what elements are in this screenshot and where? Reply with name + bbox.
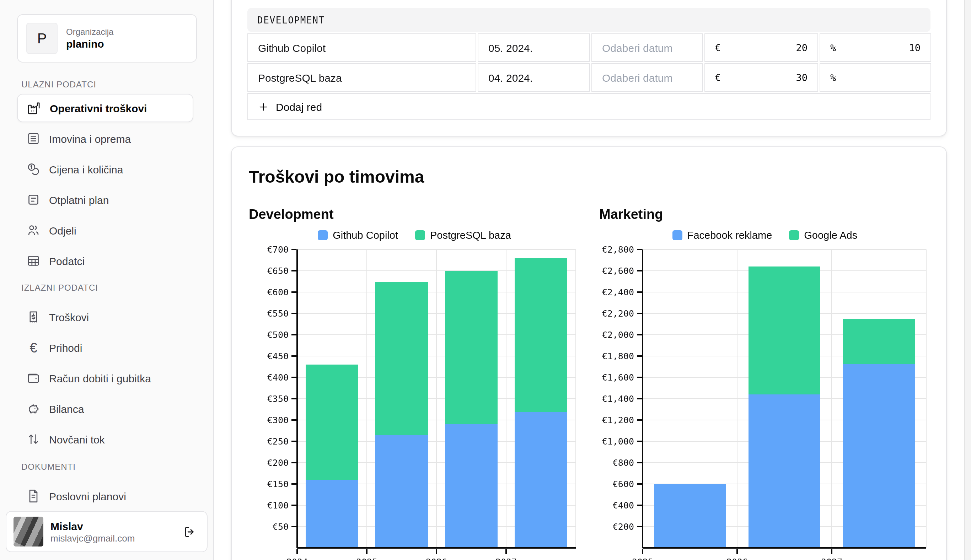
end-date-cell[interactable]: Odaberi datum — [591, 33, 703, 62]
costs-table: Github Copilot 05. 2024. Odaberi datum €… — [247, 33, 931, 92]
logout-button[interactable] — [181, 524, 197, 539]
start-date-cell[interactable]: 05. 2024. — [478, 33, 590, 62]
main-content: DEVELOPMENT Github Copilot 05. 2024. Oda… — [214, 0, 971, 560]
development-chart-title: Development — [249, 205, 581, 224]
svg-text:€250: €250 — [267, 436, 289, 447]
sidebar-item-label: Prihodi — [49, 342, 82, 353]
legend-label: Github Copilot — [333, 230, 398, 241]
sidebar-item-label: Troškovi — [49, 311, 89, 323]
growth-cell[interactable]: % 10 — [819, 33, 931, 62]
coins-icon — [26, 162, 40, 176]
start-date-cell[interactable]: 04. 2024. — [478, 63, 590, 92]
sidebar-item-novcani-tok[interactable]: Novčani tok — [17, 425, 194, 453]
sidebar-item-cijena-i-kolicina[interactable]: Cijena i količina — [17, 155, 194, 183]
legend-label: Facebook reklame — [687, 230, 772, 241]
user-card: Mislav mislavjc@gmail.com — [6, 511, 208, 552]
svg-text:€2,600: €2,600 — [602, 266, 634, 276]
sidebar-item-label: Podatci — [49, 255, 85, 267]
legend-label: Google Ads — [804, 230, 857, 241]
percent-symbol: % — [830, 72, 836, 83]
svg-text:2025: 2025 — [632, 557, 653, 560]
end-date-cell[interactable]: Odaberi datum — [591, 63, 703, 92]
svg-text:€1,800: €1,800 — [602, 351, 634, 362]
sidebar-item-prihodi[interactable]: € Prihodi — [17, 333, 194, 362]
legend-swatch — [672, 230, 682, 240]
building-icon — [26, 132, 40, 146]
sidebar-item-label: Novčani tok — [49, 433, 105, 445]
svg-text:€800: €800 — [613, 458, 634, 468]
sidebar-item-label: Bilanca — [49, 403, 84, 415]
arrows-up-down-icon — [26, 432, 40, 446]
svg-text:€450: €450 — [267, 351, 289, 362]
users-icon — [26, 223, 40, 237]
add-row-label: Dodaj red — [276, 100, 322, 113]
sidebar-item-odjeli[interactable]: Odjeli — [17, 216, 194, 245]
legend-item-facebook-reklame: Facebook reklame — [672, 230, 772, 241]
growth-cell[interactable]: % — [819, 63, 931, 92]
marketing-chart: €200€400€600€800€1,000€1,200€1,400€1,600… — [598, 244, 932, 560]
sidebar-item-operativni-troskovi[interactable]: Operativni troškovi — [17, 94, 194, 122]
legend-label: PostgreSQL baza — [430, 230, 511, 241]
svg-text:€500: €500 — [267, 330, 289, 340]
marketing-chart-title: Marketing — [599, 205, 932, 224]
amount-cell[interactable]: € 30 — [704, 63, 818, 92]
sidebar-item-bilanca[interactable]: Bilanca — [17, 394, 194, 423]
marketing-chart-legend: Facebook reklameGoogle Ads — [598, 228, 932, 242]
table-icon — [26, 254, 40, 268]
svg-text:€300: €300 — [267, 415, 289, 425]
user-name: Mislav — [50, 520, 174, 532]
svg-text:2027: 2027 — [496, 557, 517, 560]
svg-text:€1,000: €1,000 — [602, 436, 634, 447]
legend-item-github-copilot: Github Copilot — [318, 230, 398, 241]
cost-name-cell[interactable]: PostgreSQL baza — [247, 63, 476, 92]
currency-symbol: € — [715, 42, 721, 53]
user-avatar — [13, 517, 43, 547]
sidebar-item-label: Poslovni planovi — [49, 490, 126, 502]
amount-value: 30 — [796, 72, 807, 83]
organization-name: planino — [66, 38, 113, 50]
legend-item-postgresql-baza: PostgreSQL baza — [415, 230, 511, 241]
legend-swatch — [415, 230, 425, 240]
growth-value: 10 — [909, 42, 921, 53]
svg-text:2025: 2025 — [356, 557, 377, 560]
sidebar-item-otplatni-plan[interactable]: Otplatni plan — [17, 185, 194, 214]
organization-switcher[interactable]: P Organizacija planino — [17, 14, 197, 63]
svg-text:€400: €400 — [267, 372, 289, 383]
legend-swatch — [789, 230, 799, 240]
amount-value: 20 — [796, 42, 807, 53]
svg-text:2027: 2027 — [821, 557, 843, 560]
sidebar: P Organizacija planino ULAZNI PODATCI Op… — [0, 0, 214, 560]
scrollbar[interactable] — [964, 0, 971, 560]
file-icon — [26, 489, 40, 503]
svg-text:€2,800: €2,800 — [602, 245, 634, 255]
svg-text:€1,200: €1,200 — [602, 415, 634, 425]
svg-text:2024: 2024 — [287, 557, 308, 560]
wallet-icon — [26, 371, 40, 385]
sidebar-item-podatci[interactable]: Podatci — [17, 247, 194, 275]
section-label-ulazni-podatci: ULAZNI PODATCI — [21, 80, 96, 90]
svg-text:€650: €650 — [267, 266, 289, 276]
sidebar-item-label: Operativni troškovi — [50, 102, 147, 114]
amount-cell[interactable]: € 20 — [704, 33, 818, 62]
sidebar-item-racun-dobiti-i-gubitka[interactable]: Račun dobiti i gubitka — [17, 364, 194, 392]
svg-text:€200: €200 — [267, 458, 289, 468]
sidebar-item-troskovi[interactable]: Troškovi — [17, 303, 194, 331]
add-row-button[interactable]: Dodaj red — [247, 93, 931, 120]
svg-text:2026: 2026 — [426, 557, 447, 560]
cost-name-cell[interactable]: Github Copilot — [247, 33, 476, 62]
legend-swatch — [318, 230, 328, 240]
svg-text:€2,400: €2,400 — [602, 287, 634, 297]
svg-text:€700: €700 — [267, 245, 289, 255]
svg-text:€400: €400 — [613, 500, 634, 511]
sidebar-item-label: Otplatni plan — [49, 194, 109, 206]
piggy-bank-icon — [26, 402, 40, 416]
document-lines-icon — [26, 193, 40, 207]
currency-symbol: € — [715, 72, 721, 83]
sidebar-item-label: Račun dobiti i gubitka — [49, 372, 151, 384]
svg-text:€1,400: €1,400 — [602, 394, 634, 404]
sidebar-item-poslovni-planovi[interactable]: Poslovni planovi — [17, 482, 194, 510]
user-email: mislavjc@gmail.com — [50, 533, 174, 543]
sidebar-item-imovina-i-oprema[interactable]: Imovina i oprema — [17, 124, 194, 153]
section-label-dokumenti: DOKUMENTI — [21, 462, 76, 472]
svg-text:2026: 2026 — [726, 557, 748, 560]
